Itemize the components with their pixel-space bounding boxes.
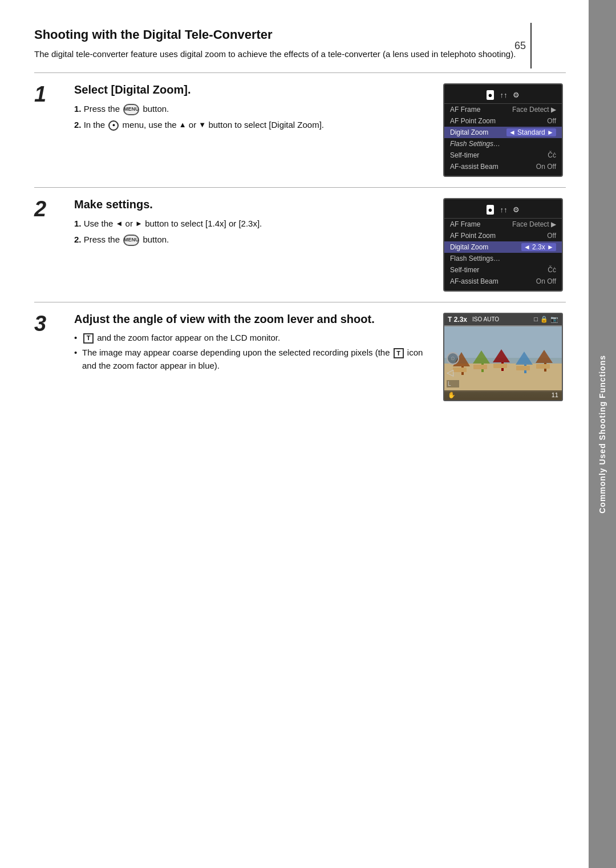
menu-button-icon-1: MENU bbox=[123, 104, 139, 115]
sidebar-label: Commonly Used Shooting Functions bbox=[598, 355, 607, 514]
t-icon-inline-1: T bbox=[83, 333, 94, 344]
step-2-instruction-2: 2. Press the MENU button. bbox=[74, 233, 429, 247]
step-1-instruction-2: 2. In the ● menu, use the ▲ or ▼ button … bbox=[74, 118, 429, 132]
step-2-image: ● ↑↑ ⚙ AF Frame Face Detect ▶ AF Point Z… bbox=[440, 198, 566, 292]
step-1-body: 1. Press the MENU button. 2. In the ● me… bbox=[74, 102, 429, 132]
svg-rect-14 bbox=[516, 366, 530, 370]
menu-row-afbeam-2: AF-assist Beam On Off bbox=[444, 276, 562, 287]
svg-rect-8 bbox=[473, 365, 487, 369]
step-2-block: 2 Make settings. 1. Use the ◄ or ► butto… bbox=[34, 187, 566, 302]
svg-rect-17 bbox=[536, 364, 550, 369]
menu-header-2: ● ↑↑ ⚙ bbox=[444, 203, 562, 219]
main-content: 65 Shooting with the Digital Tele-Conver… bbox=[0, 0, 589, 868]
vf-landscape-icon: L bbox=[447, 380, 459, 387]
menu-row-digital-zoom-1: Digital Zoom ◄ Standard ► bbox=[444, 127, 562, 138]
step-3-image: T 2.3x ISO AUTO □ 🔒 📷 bbox=[440, 313, 566, 401]
menu-row-af-point-2: AF Point Zoom Off bbox=[444, 230, 562, 241]
down-arrow-icon: ▼ bbox=[198, 119, 206, 131]
menu-row-selftimer-2: Self-timer Čċ bbox=[444, 264, 562, 276]
step-1-number: 1 bbox=[34, 83, 63, 105]
step-2-number-col: 2 bbox=[34, 198, 63, 292]
vf-mode-icons: □ 🔒 📷 bbox=[534, 316, 558, 323]
step-1-content: Select [Digital Zoom]. 1. Press the MENU… bbox=[74, 83, 429, 177]
menu-row-afbeam-1: AF-assist Beam On Off bbox=[444, 161, 562, 172]
menu-header-1: ● ↑↑ ⚙ bbox=[444, 88, 562, 104]
menu-row-af-point-1: AF Point Zoom Off bbox=[444, 115, 562, 127]
section-intro: The digital tele-converter feature uses … bbox=[34, 48, 566, 61]
step-3-block: 3 Adjust the angle of view with the zoom… bbox=[34, 302, 566, 411]
person-tab-2: ⚙ bbox=[513, 205, 520, 214]
wrench-tab-2: ↑↑ bbox=[500, 205, 507, 214]
page-number-line bbox=[530, 23, 532, 68]
vf-target-icon: ⊙ bbox=[447, 352, 459, 365]
menu-row-af-frame-2: AF Frame Face Detect ▶ bbox=[444, 219, 562, 230]
step-3-bullet-1: T and the zoom factor appear on the LCD … bbox=[74, 332, 429, 345]
step-1-heading: Select [Digital Zoom]. bbox=[74, 83, 429, 96]
step-3-body: T and the zoom factor appear on the LCD … bbox=[74, 332, 429, 373]
vf-camera-icon: 📷 bbox=[550, 316, 558, 323]
page-container: 65 Shooting with the Digital Tele-Conver… bbox=[0, 0, 616, 868]
vf-bottom-bar: ✋ 11 bbox=[444, 390, 562, 400]
step-1-image: ● ↑↑ ⚙ AF Frame Face Detect ▶ AF Point Z… bbox=[440, 83, 566, 177]
step-1-number-col: 1 bbox=[34, 83, 63, 177]
vf-frame-count: 11 bbox=[552, 391, 558, 399]
step-3-content: Adjust the angle of view with the zoom l… bbox=[74, 313, 429, 401]
camera-tab-1: ● bbox=[487, 90, 495, 100]
wrench-tab-1: ↑↑ bbox=[500, 91, 507, 99]
step-3-number: 3 bbox=[34, 313, 63, 334]
step-2-number: 2 bbox=[34, 198, 63, 220]
vf-zoom-indicator: T 2.3x bbox=[448, 316, 467, 324]
step-3-bullet-2: The image may appear coarse depending up… bbox=[74, 346, 429, 372]
vf-topbar: T 2.3x ISO AUTO □ 🔒 📷 bbox=[444, 314, 562, 325]
record-mode-icon-1: ● bbox=[108, 120, 119, 131]
step-2-heading: Make settings. bbox=[74, 198, 429, 211]
vf-iso: ISO AUTO bbox=[471, 316, 501, 323]
up-arrow-icon: ▲ bbox=[179, 119, 187, 131]
vf-scene: ⊙ ◁ L bbox=[444, 326, 562, 400]
step-3-bullets: T and the zoom factor appear on the LCD … bbox=[74, 332, 429, 373]
step-3-number-col: 3 bbox=[34, 313, 63, 401]
page-number: 65 bbox=[514, 40, 526, 52]
vf-lock-icon: 🔒 bbox=[540, 316, 548, 323]
step-3-heading: Adjust the angle of view with the zoom l… bbox=[74, 313, 429, 326]
step-1-instruction-1: 1. Press the MENU button. bbox=[74, 102, 429, 116]
step-1-block: 1 Select [Digital Zoom]. 1. Press the ME… bbox=[34, 72, 566, 187]
step-2-content: Make settings. 1. Use the ◄ or ► button … bbox=[74, 198, 429, 292]
right-arrow-icon: ► bbox=[135, 218, 143, 230]
menu-row-flash-2: Flash Settings… bbox=[444, 253, 562, 264]
sidebar-tab: Commonly Used Shooting Functions bbox=[589, 0, 616, 868]
t-icon-inline-2: T bbox=[394, 348, 404, 358]
vf-arrow-left-icon: ◁ bbox=[447, 367, 459, 378]
camera-menu-2: ● ↑↑ ⚙ AF Frame Face Detect ▶ AF Point Z… bbox=[443, 198, 563, 292]
camera-menu-1: ● ↑↑ ⚙ AF Frame Face Detect ▶ AF Point Z… bbox=[443, 83, 563, 177]
left-arrow-icon: ◄ bbox=[116, 218, 123, 230]
vf-hand-icon: ✋ bbox=[448, 391, 456, 399]
camera-tab-2: ● bbox=[487, 205, 495, 215]
menu-row-selftimer-1: Self-timer Čċ bbox=[444, 150, 562, 161]
step-2-body: 1. Use the ◄ or ► button to select [1.4x… bbox=[74, 217, 429, 247]
section-title: Shooting with the Digital Tele-Converter bbox=[34, 27, 566, 42]
step-2-instruction-1: 1. Use the ◄ or ► button to select [1.4x… bbox=[74, 217, 429, 231]
menu-row-digital-zoom-2: Digital Zoom ◄ 2.3x ► bbox=[444, 241, 562, 253]
vf-frame-icon: □ bbox=[534, 316, 538, 323]
menu-row-flash-1: Flash Settings… bbox=[444, 138, 562, 150]
vf-scene-svg bbox=[444, 326, 563, 392]
viewfinder: T 2.3x ISO AUTO □ 🔒 📷 bbox=[443, 313, 563, 401]
svg-rect-11 bbox=[493, 364, 507, 368]
menu-row-af-frame-1: AF Frame Face Detect ▶ bbox=[444, 104, 562, 115]
menu-button-icon-2: MENU bbox=[123, 235, 139, 246]
person-tab-1: ⚙ bbox=[513, 91, 520, 99]
